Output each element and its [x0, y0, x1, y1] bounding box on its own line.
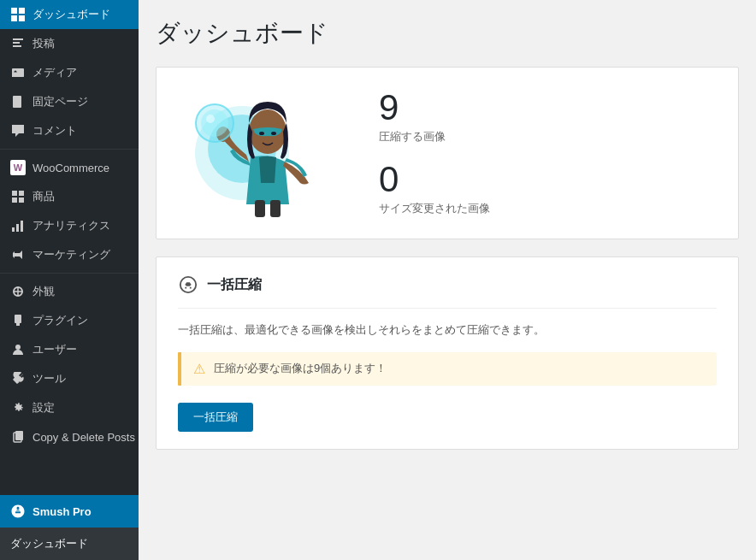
sidebar-item-label: プラグイン — [32, 313, 88, 328]
pages-icon — [10, 94, 26, 109]
sidebar-item-settings[interactable]: 設定 — [0, 393, 139, 422]
svg-rect-1 — [19, 8, 25, 14]
analytics-icon — [10, 218, 26, 233]
dashboard-icon — [10, 7, 26, 22]
svg-rect-16 — [16, 224, 19, 232]
main-content: ダッシュボード — [139, 0, 756, 560]
sidebar-item-plugins[interactable]: プラグイン — [0, 306, 139, 335]
copyposts-icon — [10, 429, 26, 445]
sidebar-item-label: 固定ページ — [32, 94, 88, 109]
sidebar-item-dashboard[interactable]: ダッシュボード — [0, 0, 139, 29]
svg-rect-33 — [270, 200, 281, 217]
sidebar-item-label: 外観 — [32, 284, 55, 299]
sidebar-item-tools[interactable]: ツール — [0, 364, 139, 393]
sidebar-item-label: アナリティクス — [32, 218, 110, 233]
svg-rect-19 — [15, 315, 21, 323]
sidebar-item-copyposts[interactable]: Copy & Delete Posts — [0, 422, 139, 451]
sidebar-item-label: Copy & Delete Posts — [32, 431, 135, 444]
svg-rect-13 — [12, 197, 17, 203]
svg-rect-0 — [11, 8, 17, 14]
sidebar-bottom: Smush Pro ダッシュボード — [0, 495, 139, 560]
sidebar-item-label: マーケティング — [32, 247, 110, 262]
hero-card: 9 圧縮する画像 0 サイズ変更された画像 — [156, 67, 739, 239]
sidebar: ダッシュボード 投稿 メディア 固定ページ コメント W WooCommerce… — [0, 0, 139, 560]
sidebar-item-analytics[interactable]: アナリティクス — [0, 211, 139, 240]
svg-point-27 — [271, 132, 276, 135]
svg-rect-2 — [11, 15, 17, 21]
svg-point-31 — [206, 115, 215, 123]
sidebar-item-woocommerce[interactable]: W WooCommerce — [0, 153, 139, 182]
plugins-icon — [10, 313, 26, 328]
hero-image — [182, 85, 353, 221]
sidebar-item-pages[interactable]: 固定ページ — [0, 87, 139, 116]
bulk-card-header: 一括圧縮 — [178, 274, 717, 309]
hero-stats: 9 圧縮する画像 0 サイズ変更された画像 — [379, 90, 490, 216]
sidebar-item-users[interactable]: ユーザー — [0, 335, 139, 364]
sidebar-item-products[interactable]: 商品 — [0, 182, 139, 211]
svg-rect-14 — [19, 197, 24, 203]
sidebar-item-label: ツール — [32, 371, 66, 386]
warning-icon: ⚠ — [193, 361, 205, 377]
marketing-icon — [10, 247, 26, 262]
svg-rect-12 — [19, 191, 24, 196]
sidebar-item-label: メディア — [32, 65, 77, 80]
sidebar-item-label: 設定 — [32, 400, 55, 416]
sidebar-item-marketing[interactable]: マーケティング — [0, 240, 139, 269]
sidebar-bottom-dashboard[interactable]: ダッシュボード — [0, 528, 139, 560]
sidebar-item-label: WooCommerce — [32, 162, 109, 174]
bulk-description: 一括圧縮は、最適化できる画像を検出しそれらをまとめて圧縮できます。 — [178, 321, 717, 339]
smush-pro-item[interactable]: Smush Pro — [0, 495, 139, 528]
users-icon — [10, 342, 26, 357]
svg-point-26 — [259, 132, 264, 135]
svg-rect-22 — [15, 431, 23, 440]
media-icon — [10, 65, 26, 80]
svg-rect-3 — [19, 15, 25, 21]
sidebar-item-comments[interactable]: コメント — [0, 116, 139, 145]
bulk-card: 一括圧縮 一括圧縮は、最適化できる画像を検出しそれらをまとめて圧縮できます。 ⚠… — [156, 256, 739, 450]
bulk-card-title: 一括圧縮 — [207, 276, 262, 294]
resize-count: 0 — [379, 162, 490, 197]
svg-rect-15 — [12, 227, 15, 232]
bottom-dashboard-label: ダッシュボード — [10, 536, 88, 551]
sidebar-item-label: ダッシュボード — [32, 7, 110, 22]
resize-label: サイズ変更された画像 — [379, 201, 490, 216]
notice-warning: ⚠ 圧縮が必要な画像は9個あります！ — [178, 352, 717, 386]
tools-icon — [10, 371, 26, 386]
svg-rect-8 — [18, 102, 20, 103]
woocommerce-icon: W — [10, 160, 26, 175]
bulk-smush-icon — [178, 274, 198, 295]
sidebar-divider-2 — [0, 273, 139, 274]
sidebar-item-appearance[interactable]: 外観 — [0, 277, 139, 306]
compress-label: 圧縮する画像 — [379, 129, 490, 144]
sidebar-item-label: 商品 — [32, 189, 55, 204]
smush-pro-label: Smush Pro — [32, 505, 92, 518]
notice-text: 圧縮が必要な画像は9個あります！ — [214, 361, 387, 376]
svg-rect-7 — [15, 102, 16, 103]
svg-rect-32 — [255, 200, 265, 217]
svg-rect-17 — [21, 221, 23, 232]
sidebar-item-label: コメント — [32, 123, 77, 139]
smush-pro-icon — [10, 504, 26, 519]
sidebar-item-label: 投稿 — [32, 36, 55, 51]
sidebar-item-posts[interactable]: 投稿 — [0, 29, 139, 58]
svg-rect-11 — [12, 191, 17, 196]
resize-stat: 0 サイズ変更された画像 — [379, 162, 490, 216]
page-title: ダッシュボード — [156, 17, 739, 50]
sidebar-divider — [0, 149, 139, 150]
compress-count: 9 — [379, 90, 490, 126]
compress-stat: 9 圧縮する画像 — [379, 90, 490, 144]
svg-rect-6 — [13, 96, 21, 108]
appearance-icon — [10, 284, 26, 299]
bulk-smush-button[interactable]: 一括圧縮 — [178, 403, 253, 432]
svg-rect-9 — [15, 104, 16, 106]
comments-icon — [10, 123, 26, 139]
posts-icon — [10, 36, 26, 51]
svg-point-30 — [201, 109, 228, 137]
svg-rect-10 — [18, 104, 20, 106]
sidebar-item-label: ユーザー — [32, 342, 77, 357]
svg-point-20 — [15, 345, 21, 350]
sidebar-item-media[interactable]: メディア — [0, 58, 139, 87]
settings-icon — [10, 400, 26, 416]
products-icon — [10, 189, 26, 204]
